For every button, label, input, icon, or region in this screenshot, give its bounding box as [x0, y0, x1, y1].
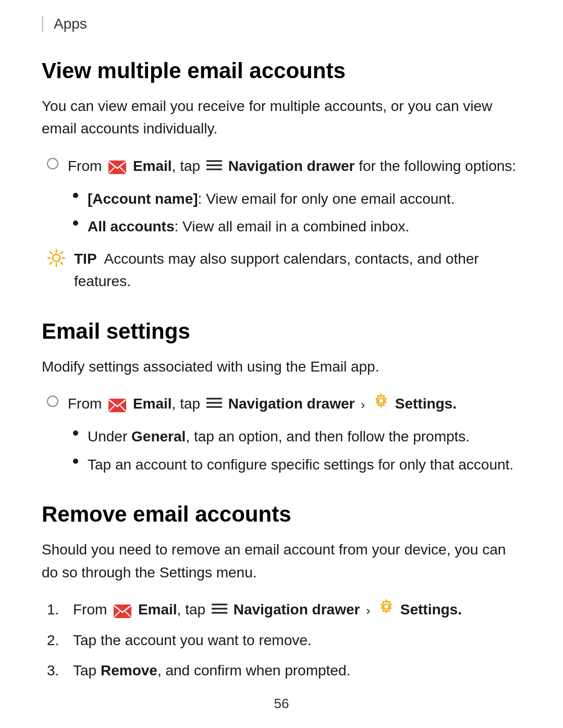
tip-text: TIP Accounts may also support calendars,…: [74, 248, 521, 293]
sub-bullet-item: [Account name]: View email for only one …: [73, 188, 521, 210]
from-label-3: From: [73, 601, 107, 618]
number-label-3: 3.: [47, 659, 73, 682]
nav-label-2: Navigation drawer: [228, 396, 355, 412]
breadcrumb: Apps: [42, 16, 521, 32]
view-multiple-sub-bullets: [Account name]: View email for only one …: [42, 188, 521, 238]
page-number: 56: [274, 696, 289, 712]
svg-line-12: [60, 262, 63, 264]
numbered-item-3-text: Tap Remove, and confirm when prompted.: [73, 659, 350, 682]
tap-label-2: tap: [180, 396, 200, 412]
nav-label-3: Navigation drawer: [234, 601, 360, 618]
circle-bullet-icon: [47, 396, 58, 407]
numbered-item-1: 1. From Email, tap: [47, 598, 521, 622]
sub-bullet-item: All accounts: View all email in a combin…: [73, 215, 521, 238]
es-sub-bullet-1: Under General, tap an option, and then f…: [88, 425, 470, 448]
svg-line-11: [50, 252, 52, 254]
bullet-dot-icon: [73, 220, 78, 226]
tip-row: TIP Accounts may also support calendars,…: [42, 248, 521, 293]
svg-point-21: [378, 398, 384, 403]
sub-bullet-item: Under General, tap an option, and then f…: [73, 425, 521, 448]
for-label-1: for the following options:: [359, 158, 516, 174]
svg-line-14: [50, 262, 52, 264]
breadcrumb-text: Apps: [54, 16, 87, 32]
svg-line-13: [60, 252, 63, 254]
svg-point-28: [384, 604, 389, 609]
bullet-dot-icon: [73, 193, 78, 198]
chevron-right-icon-2: ›: [366, 601, 370, 620]
tap-label-1: tap: [180, 158, 200, 174]
nav-drawer-icon-2: [206, 392, 222, 415]
section-heading-email-settings: Email settings: [42, 319, 521, 344]
from-label-2: From: [68, 396, 102, 412]
circle-bullet-icon: [47, 158, 58, 169]
view-multiple-instr-text: From Email, tap Navigation: [68, 155, 521, 178]
tip-content: Accounts may also support calendars, con…: [74, 251, 479, 289]
remove-accounts-numbered-list: 1. From Email, tap: [42, 598, 521, 682]
page-container: Apps View multiple email accounts You ca…: [0, 0, 563, 728]
numbered-item-2: 2. Tap the account you want to remove.: [47, 629, 521, 651]
view-multiple-instruction: From Email, tap Navigation: [42, 155, 521, 178]
es-sub-bullet-2: Tap an account to configure specific set…: [88, 453, 513, 476]
sub-bullet-text-1: [Account name]: View email for only one …: [88, 188, 455, 210]
sub-bullet-item: Tap an account to configure specific set…: [73, 453, 521, 476]
sub-bullet-text-2: All accounts: View all email in a combin…: [88, 215, 409, 238]
number-label-1: 1.: [47, 598, 73, 621]
email-settings-instruction: From Email, tap Navigation drawer ›: [42, 392, 521, 416]
email-settings-body: Modify settings associated with using th…: [42, 355, 521, 378]
email-label-1: Email: [133, 158, 172, 174]
bullet-dot-icon: [73, 459, 78, 464]
section-heading-remove-accounts: Remove email accounts: [42, 502, 521, 527]
email-label-2: Email: [133, 396, 172, 412]
email-settings-instr-text: From Email, tap Navigation drawer ›: [68, 392, 521, 416]
numbered-item-1-content: From Email, tap: [73, 598, 462, 622]
from-label-1: From: [68, 158, 102, 174]
tap-label-3: tap: [185, 601, 205, 618]
svg-point-6: [53, 254, 60, 262]
numbered-item-2-text: Tap the account you want to remove.: [73, 629, 312, 651]
section-heading-view-multiple: View multiple email accounts: [42, 58, 521, 83]
bullet-dot-icon: [73, 430, 78, 436]
view-multiple-body: You can view email you receive for multi…: [42, 95, 521, 140]
email-icon-1: [108, 158, 127, 173]
email-settings-sub-bullets: Under General, tap an option, and then f…: [42, 425, 521, 476]
email-label-3: Email: [138, 601, 177, 618]
settings-label-2: Settings.: [400, 601, 462, 618]
email-icon-2: [108, 397, 127, 411]
nav-label-1: Navigation drawer: [228, 158, 355, 174]
email-icon-3: [113, 602, 132, 617]
numbered-item-3: 3. Tap Remove, and confirm when prompted…: [47, 659, 521, 682]
remove-accounts-body: Should you need to remove an email accou…: [42, 538, 521, 584]
tip-icon: [47, 249, 66, 271]
nav-drawer-icon-1: [206, 155, 222, 177]
settings-gear-icon-2: [378, 598, 394, 621]
nav-drawer-icon-3: [212, 598, 227, 621]
settings-gear-icon-1: [373, 392, 389, 415]
settings-label-1: Settings.: [395, 396, 457, 412]
chevron-right-icon: ›: [361, 395, 365, 414]
tip-label: TIP: [74, 251, 97, 267]
number-label-2: 2.: [47, 629, 73, 651]
